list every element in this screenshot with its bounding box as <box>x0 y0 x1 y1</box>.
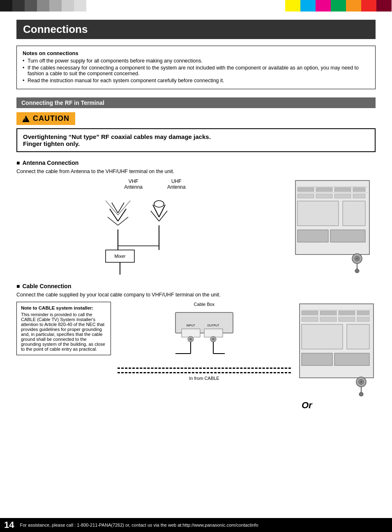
svg-rect-67 <box>347 324 369 349</box>
cable-sub-title: Cable Connection <box>16 283 376 289</box>
svg-rect-33 <box>297 201 339 226</box>
main-content: Connections Notes on connections Turn of… <box>0 12 392 419</box>
svg-rect-68 <box>302 353 332 365</box>
svg-rect-26 <box>316 187 332 192</box>
notes-list: Turn off the power supply for all compon… <box>23 58 369 83</box>
svg-point-14 <box>154 201 164 207</box>
uhf-label: UHF Antenna <box>167 178 186 190</box>
svg-rect-36 <box>330 230 365 242</box>
svg-rect-44 <box>204 329 223 337</box>
cable-box-svg: INPUT OUTPUT <box>167 308 241 366</box>
svg-rect-30 <box>316 194 332 198</box>
svg-rect-63 <box>320 317 337 322</box>
notes-list-item: If the cables necessary for connecting a… <box>23 65 369 76</box>
caution-label: CAUTION <box>33 114 69 123</box>
svg-line-12 <box>151 211 159 221</box>
in-from-cable-label: In from CABLE <box>189 376 219 381</box>
unit-back-panel-svg <box>293 178 371 273</box>
svg-rect-60 <box>339 311 355 315</box>
antenna-unit-diagram <box>293 178 376 275</box>
cable-center-diagram: Cable Box INPUT OUTPUT <box>118 302 291 381</box>
antenna-diagram-left: VHF Antenna UHF Antenna <box>16 178 285 275</box>
svg-text:INPUT: INPUT <box>187 324 196 327</box>
svg-rect-27 <box>334 187 351 192</box>
antenna-labels: VHF Antenna UHF Antenna <box>124 178 185 190</box>
cable-right-diagram: Or <box>297 302 376 411</box>
svg-text:OUTPUT: OUTPUT <box>208 324 220 327</box>
page-footer: 14 For assistance, please call : 1-800-2… <box>0 518 392 532</box>
support-text: For assistance, please call : 1-800-211-… <box>20 523 258 527</box>
svg-rect-58 <box>302 311 318 315</box>
antenna-diagram-area: VHF Antenna UHF Antenna <box>16 178 376 275</box>
svg-rect-31 <box>334 194 351 198</box>
svg-rect-43 <box>182 329 200 337</box>
antenna-svg: Mixer <box>85 192 217 275</box>
cable-section: Cable Connection Connect the cable suppl… <box>16 283 376 411</box>
cable-note-box: Note to CABLE system installer: This rem… <box>16 302 111 355</box>
warning-message: Overtightening “Nut type” RF coaxial cab… <box>16 128 376 152</box>
notes-list-item: Turn off the power supply for all compon… <box>23 58 369 64</box>
svg-rect-62 <box>302 317 318 322</box>
rf-section-heading: Connecting the RF in Terminal <box>16 97 376 108</box>
svg-rect-25 <box>297 187 314 192</box>
color-bar-right <box>285 0 392 12</box>
svg-text:Mixer: Mixer <box>115 254 126 259</box>
cable-diagram-area: Note to CABLE system installer: This rem… <box>16 302 376 411</box>
svg-rect-59 <box>320 311 337 315</box>
svg-rect-61 <box>357 311 369 315</box>
color-bar-left <box>0 0 140 12</box>
svg-rect-64 <box>339 317 355 322</box>
svg-rect-29 <box>297 194 314 198</box>
svg-point-41 <box>355 269 359 273</box>
cable-note-title: Note to CABLE system installer: <box>21 305 106 310</box>
svg-rect-34 <box>343 201 365 226</box>
svg-point-39 <box>356 258 358 259</box>
vhf-label: VHF Antenna <box>124 178 143 190</box>
page-number: 14 <box>4 520 14 530</box>
svg-line-13 <box>159 211 167 221</box>
notes-title: Notes on connections <box>23 50 369 56</box>
svg-point-50 <box>212 338 214 340</box>
caution-triangle-icon <box>22 116 30 122</box>
cable-desc: Connect the cable supplied by your local… <box>16 292 376 298</box>
cable-unit-svg <box>297 302 376 396</box>
svg-rect-66 <box>302 324 343 349</box>
antenna-desc: Connect the cable from Antenna to the VH… <box>16 169 376 174</box>
dashed-line-2 <box>118 372 291 373</box>
page-title: Connections <box>16 20 376 39</box>
svg-rect-35 <box>297 230 328 242</box>
notes-list-item: Read the instruction manual for each sys… <box>23 78 369 83</box>
dashed-line-1 <box>118 368 291 369</box>
caution-banner: CAUTION <box>16 112 75 125</box>
svg-point-74 <box>359 392 363 396</box>
svg-rect-32 <box>353 194 365 198</box>
cable-box-label: Cable Box <box>194 302 215 307</box>
notes-box: Notes on connections Turn off the power … <box>16 46 376 89</box>
svg-rect-69 <box>334 353 369 365</box>
cable-note-body: This reminder is provided to call the CA… <box>21 312 106 352</box>
svg-point-72 <box>360 381 362 383</box>
antenna-sub-title: Antenna Connection <box>16 160 376 166</box>
or-label: Or <box>302 400 376 411</box>
svg-rect-65 <box>357 317 369 322</box>
svg-rect-28 <box>353 187 365 192</box>
color-bars-top <box>0 0 392 12</box>
svg-point-48 <box>189 338 192 340</box>
